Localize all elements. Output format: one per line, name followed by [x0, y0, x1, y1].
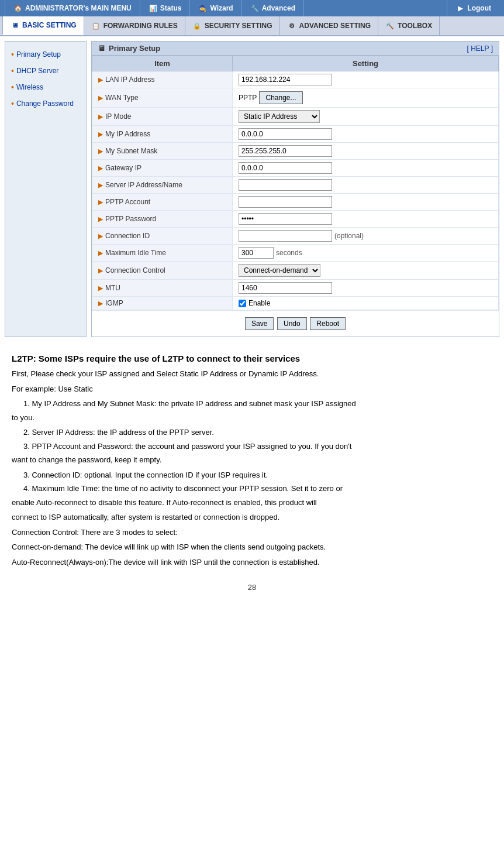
row-label-cell: ▶PPTP Account: [92, 194, 233, 211]
row-setting-cell: Enable: [233, 297, 499, 310]
row-setting-cell: Static IP AddressDynamic IP Address: [233, 108, 499, 126]
row-label-text: MTU: [105, 284, 120, 292]
main-content: Primary Setup DHCP Server Wireless Chang…: [0, 36, 504, 342]
text-input-gateway-ip[interactable]: [239, 162, 332, 174]
row-label-text: Server IP Address/Name: [105, 181, 182, 189]
row-arrow-icon: ▶: [98, 284, 103, 292]
second-navigation: 🖥 BASIC SETTING 📋 FORWARDING RULES 🔒 SEC…: [0, 16, 504, 36]
sidebar-change-password-label: Change Password: [16, 99, 74, 108]
top-nav-wizard[interactable]: 🧙 Wizard: [190, 0, 241, 16]
nav-advanced-setting[interactable]: ⚙ ADVANCED SETTING: [280, 16, 378, 35]
row-label-cell: ▶IGMP: [92, 297, 233, 310]
row-label-text: LAN IP Address: [105, 75, 155, 84]
row-label-text: WAN Type: [105, 94, 139, 102]
undo-button[interactable]: Undo: [277, 317, 307, 330]
save-button[interactable]: Save: [245, 317, 274, 330]
description-heading: L2TP: Some ISPs require the use of L2TP …: [12, 353, 492, 363]
text-input-mtu[interactable]: [239, 282, 332, 294]
row-label-cell: ▶My IP Address: [92, 126, 233, 143]
table-row: ▶MTU: [92, 280, 499, 297]
list-item: 4. Maximum Idle Time: the time of no act…: [23, 483, 492, 495]
text-input-pptp-account[interactable]: [239, 196, 332, 208]
idle-time-input[interactable]: [239, 247, 274, 259]
advanced-setting-label: ADVANCED SETTING: [299, 22, 371, 30]
text-input-server-ip-address/name[interactable]: [239, 179, 332, 191]
text-input-my-ip-address[interactable]: [239, 128, 332, 140]
top-nav-main-menu[interactable]: 🏠 ADMINISTRATOR's MAIN MENU: [5, 0, 140, 16]
row-label-cell: ▶Connection ID: [92, 228, 233, 245]
list-item: enable Auto-reconnect to disable this fe…: [12, 497, 492, 509]
description-para2: For example: Use Static: [12, 383, 492, 395]
wan-change-button[interactable]: Change...: [259, 91, 302, 104]
row-arrow-icon: ▶: [98, 232, 103, 240]
igmp-checkbox[interactable]: [239, 300, 246, 307]
sidebar-primary-setup-label: Primary Setup: [16, 50, 61, 59]
row-arrow-icon: ▶: [98, 113, 103, 121]
sidebar-dhcp-label: DHCP Server: [16, 67, 58, 75]
row-arrow-icon: ▶: [98, 249, 103, 257]
list-item: Connect-on-demand: The device will link …: [12, 541, 492, 553]
top-nav-logout[interactable]: ▶ Logout: [447, 0, 499, 16]
row-arrow-icon: ▶: [98, 147, 103, 155]
sidebar-item-dhcp-server[interactable]: DHCP Server: [5, 63, 86, 79]
row-label-cell: ▶My Subnet Mask: [92, 143, 233, 160]
row-setting-cell: [233, 71, 499, 88]
row-setting-cell: [233, 211, 499, 228]
list-item: 1. My IP Address and My Subnet Mask: the…: [23, 398, 492, 410]
help-link[interactable]: [ HELP ]: [467, 44, 493, 53]
row-setting-cell: [233, 160, 499, 177]
row-setting-cell: [233, 177, 499, 194]
nav-toolbox[interactable]: 🔨 TOOLBOX: [378, 16, 440, 35]
row-arrow-icon: ▶: [98, 215, 103, 223]
row-setting-cell: PPTP Change...: [233, 88, 499, 108]
table-row: ▶PPTP Account: [92, 194, 499, 211]
row-label-cell: ▶IP Mode: [92, 108, 233, 126]
row-label-text: Gateway IP: [105, 164, 141, 172]
row-setting-cell: [233, 126, 499, 143]
top-nav-status[interactable]: 📊 Status: [140, 0, 191, 16]
security-label: SECURITY SETTING: [205, 22, 272, 30]
content-panel: 🖥 Primary Setup [ HELP ] Item Setting ▶L…: [91, 41, 499, 337]
main-menu-label: ADMINISTRATOR's MAIN MENU: [25, 4, 132, 12]
top-nav-advanced[interactable]: 🔧 Advanced: [242, 0, 304, 16]
toolbox-icon: 🔨: [385, 21, 395, 30]
table-row: ▶Server IP Address/Name: [92, 177, 499, 194]
table-row: ▶Connection ID(optional): [92, 228, 499, 245]
sidebar-item-wireless[interactable]: Wireless: [5, 79, 86, 95]
row-label-cell: ▶Server IP Address/Name: [92, 177, 233, 194]
row-label-text: Connection Control: [105, 266, 165, 274]
advanced-icon: 🔧: [250, 4, 260, 13]
text-input-lan-ip-address[interactable]: [239, 74, 332, 85]
row-label-cell: ▶Connection Control: [92, 262, 233, 280]
row-label-text: My Subnet Mask: [105, 147, 157, 155]
seconds-label: seconds: [276, 249, 302, 257]
wan-type-value: PPTP: [239, 94, 258, 102]
row-label-text: IP Mode: [105, 112, 131, 121]
row-label-cell: ▶Gateway IP: [92, 160, 233, 177]
logout-label: Logout: [467, 4, 491, 12]
row-label-text: PPTP Password: [105, 215, 156, 223]
table-row: ▶Maximum Idle Timeseconds: [92, 245, 499, 262]
text-input-my-subnet-mask[interactable]: [239, 145, 332, 157]
sidebar-item-primary-setup[interactable]: Primary Setup: [5, 46, 86, 63]
basic-setting-label: BASIC SETTING: [22, 21, 77, 29]
list-item: Connection Control: There are 3 modes to…: [12, 527, 492, 538]
nav-security-setting[interactable]: 🔒 SECURITY SETTING: [185, 16, 280, 35]
connection-id-input[interactable]: [239, 230, 332, 242]
reboot-button[interactable]: Reboot: [310, 317, 346, 330]
password-input[interactable]: [239, 213, 332, 225]
basic-setting-icon: 🖥: [10, 20, 19, 30]
list-item: want to change the password, keep it emp…: [12, 454, 492, 466]
button-row: Save Undo Reboot: [92, 310, 499, 337]
col-item-header: Item: [92, 56, 233, 71]
nav-basic-setting[interactable]: 🖥 BASIC SETTING: [2, 16, 84, 35]
list-item: 3. PPTP Account and Password: the accoun…: [23, 441, 492, 452]
col-setting-header: Setting: [233, 56, 499, 71]
row-label-cell: ▶PPTP Password: [92, 211, 233, 228]
toolbox-label: TOOLBOX: [398, 22, 432, 30]
select-connection-control[interactable]: Connect-on-demandConnect-ManuallyAlways-…: [239, 264, 320, 277]
nav-forwarding-rules[interactable]: 📋 FORWARDING RULES: [84, 16, 185, 35]
table-row: ▶IGMPEnable: [92, 297, 499, 310]
select-ip-mode[interactable]: Static IP AddressDynamic IP Address: [239, 110, 320, 123]
sidebar-item-change-password[interactable]: Change Password: [5, 95, 86, 112]
